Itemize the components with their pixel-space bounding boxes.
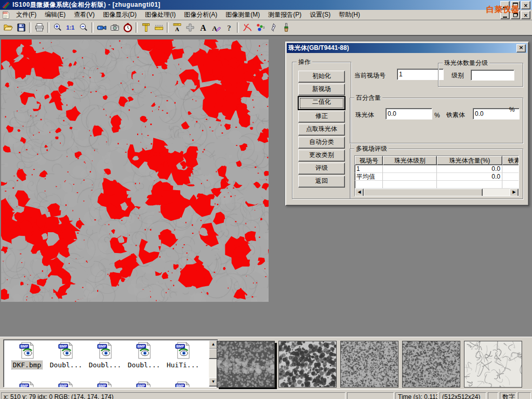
table-row[interactable]: 1 0.0 bbox=[355, 165, 519, 173]
dialog-title-bar[interactable]: 珠光体(GB/T9441-88) × bbox=[287, 43, 527, 53]
empty-status-panel bbox=[488, 392, 498, 399]
measure-text-button[interactable] bbox=[170, 21, 183, 34]
menu-image-display[interactable]: 图像显示(D) bbox=[99, 10, 141, 20]
child-close-button[interactable]: × bbox=[521, 11, 530, 19]
col-pearlite-level[interactable]: 珠光体级别 bbox=[383, 156, 437, 165]
file-name: Doubl... bbox=[88, 361, 123, 369]
file-item[interactable] bbox=[86, 381, 124, 388]
cell-pearlite-content: 0.0 bbox=[437, 165, 502, 173]
menu-bar: 文件(F) 编辑(E) 查看(V) 图像显示(D) 图像处理(I) 图像分析(A… bbox=[0, 10, 532, 20]
percent-group: 百分含量 珠光体 % 铁素体 % bbox=[350, 98, 523, 143]
print-icon bbox=[34, 22, 45, 33]
child-restore-button[interactable] bbox=[511, 11, 520, 19]
table-header-row: 视场号 珠光体级别 珠光体含量(%) 铁素体含量(%) bbox=[355, 156, 519, 165]
child-minimize-button[interactable] bbox=[500, 11, 510, 19]
text-button[interactable] bbox=[196, 21, 209, 34]
file-item[interactable] bbox=[164, 381, 202, 388]
pearlite-percent-input[interactable] bbox=[385, 108, 432, 119]
help-button[interactable] bbox=[222, 21, 235, 34]
timer-button[interactable] bbox=[121, 21, 134, 34]
maximize-button[interactable] bbox=[511, 1, 520, 9]
return-button[interactable]: 返回 bbox=[298, 176, 345, 188]
minimize-button[interactable] bbox=[500, 1, 510, 9]
pick-pearlite-button[interactable]: 点取珠光体 bbox=[298, 124, 345, 136]
menu-edit[interactable]: 编辑(E) bbox=[41, 10, 70, 20]
open-button[interactable] bbox=[2, 21, 15, 34]
annotate-button[interactable] bbox=[209, 21, 222, 34]
file-item[interactable] bbox=[8, 381, 46, 388]
scroll-right-arrow-icon[interactable]: ▶ bbox=[510, 189, 518, 196]
caliper-measure-button[interactable] bbox=[139, 21, 152, 34]
table-row[interactable]: 平均值 0.0 bbox=[355, 173, 519, 181]
scrollbar-thumb[interactable] bbox=[364, 189, 483, 196]
curve-tool-button[interactable] bbox=[241, 21, 254, 34]
current-field-input[interactable] bbox=[397, 69, 444, 80]
menu-image-analysis[interactable]: 图像分析(A) bbox=[180, 10, 221, 20]
dialog-close-button[interactable]: × bbox=[516, 44, 526, 52]
table-horizontal-scrollbar[interactable]: ◀ ▶ bbox=[355, 189, 518, 196]
file-item[interactable]: Doubl... bbox=[47, 342, 85, 369]
thumbnail-image[interactable] bbox=[217, 341, 275, 388]
brush-icon bbox=[281, 22, 291, 33]
video-capture-button[interactable] bbox=[95, 21, 108, 34]
measure-text-icon bbox=[172, 22, 182, 33]
binarize-button[interactable]: 二值化 bbox=[298, 97, 345, 110]
thumbnail-image[interactable] bbox=[340, 341, 398, 388]
thumbnail-image[interactable] bbox=[278, 341, 337, 388]
menu-settings[interactable]: 设置(S) bbox=[305, 10, 335, 20]
pearlite-percent-sign: % bbox=[434, 112, 440, 119]
menu-measure-report[interactable]: 测量报告(P) bbox=[264, 10, 305, 20]
marker-tool-button[interactable] bbox=[254, 21, 267, 34]
zoom-1to1-button[interactable]: 1:1 bbox=[64, 21, 77, 34]
col-pearlite-content[interactable]: 珠光体含量(%) bbox=[437, 156, 502, 165]
file-item[interactable] bbox=[125, 381, 163, 388]
ruler-measure-button[interactable] bbox=[152, 21, 165, 34]
caliper-icon bbox=[141, 22, 151, 33]
open-icon bbox=[3, 22, 14, 33]
file-list[interactable]: DKF.bmp Doubl... Doubl... Doubl... HuiTi… bbox=[3, 339, 218, 388]
change-class-button[interactable]: 更改类别 bbox=[298, 150, 345, 162]
menu-help[interactable]: 帮助(H) bbox=[335, 10, 364, 20]
correct-button[interactable]: 修正 bbox=[298, 111, 345, 123]
zoom-in-button[interactable] bbox=[51, 21, 64, 34]
file-item[interactable]: HuiTi... bbox=[164, 342, 202, 369]
init-button[interactable]: 初始化 bbox=[298, 71, 345, 83]
file-item[interactable]: Doubl... bbox=[125, 342, 163, 369]
menu-file[interactable]: 文件(F) bbox=[12, 10, 41, 20]
title-bar: IS100显微摄像系统(金相分析版) - [zhuguangti01] × bbox=[0, 0, 532, 10]
pen-tool-button[interactable] bbox=[267, 21, 280, 34]
print-button[interactable] bbox=[33, 21, 46, 34]
pearlite-label: 珠光体 bbox=[355, 111, 374, 119]
scroll-left-arrow-icon[interactable]: ◀ bbox=[355, 189, 364, 196]
image-size-status: (512x512x24) bbox=[440, 392, 486, 399]
snapshot-button[interactable] bbox=[108, 21, 121, 34]
new-field-button[interactable]: 新视场 bbox=[298, 84, 345, 96]
file-list-scrollbar[interactable]: ▲ ▼ bbox=[209, 340, 217, 387]
thumbnail-image[interactable] bbox=[464, 341, 522, 388]
save-icon bbox=[16, 22, 26, 33]
move-button[interactable] bbox=[183, 21, 196, 34]
level-input[interactable] bbox=[471, 70, 514, 81]
table-row[interactable] bbox=[355, 181, 519, 189]
col-field-number[interactable]: 视场号 bbox=[355, 156, 383, 165]
save-button[interactable] bbox=[15, 21, 28, 34]
auto-classify-button[interactable]: 自动分类 bbox=[298, 137, 345, 149]
file-item[interactable] bbox=[47, 381, 85, 388]
thumbnail-image[interactable] bbox=[402, 341, 460, 388]
multi-field-group-label: 多视场评级 bbox=[354, 145, 389, 152]
bmp-file-icon bbox=[136, 381, 153, 388]
menu-view[interactable]: 查看(V) bbox=[70, 10, 99, 20]
menu-image-processing[interactable]: 图像处理(I) bbox=[141, 10, 180, 20]
file-item[interactable]: DKF.bmp bbox=[8, 342, 46, 369]
file-item[interactable]: Doubl... bbox=[86, 342, 124, 369]
zoom-out-button[interactable] bbox=[77, 21, 90, 34]
timer-clock-icon bbox=[123, 22, 133, 33]
col-ferrite-content[interactable]: 铁素体含量(%) bbox=[502, 156, 519, 165]
multi-field-table[interactable]: 视场号 珠光体级别 珠光体含量(%) 铁素体含量(%) 1 0.0 bbox=[354, 155, 519, 196]
cell-field-number bbox=[355, 181, 383, 189]
metallographic-image[interactable] bbox=[1, 39, 269, 302]
menu-image-measure[interactable]: 图像测量(M) bbox=[221, 10, 264, 20]
grade-button[interactable]: 评级 bbox=[298, 163, 345, 175]
brush-tool-button[interactable] bbox=[280, 21, 292, 34]
close-button[interactable]: × bbox=[521, 1, 530, 9]
